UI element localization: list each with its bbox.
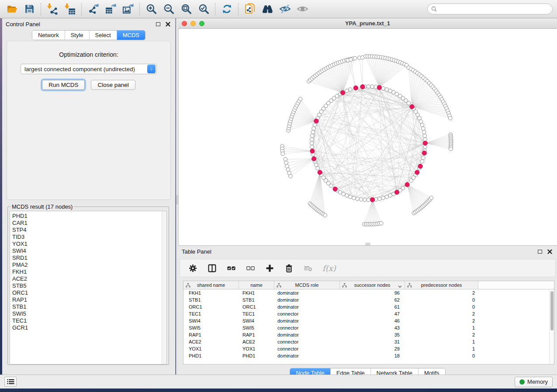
table-cell: ACE2 xyxy=(183,339,239,344)
search-input[interactable] xyxy=(439,6,549,12)
open-folder-icon xyxy=(6,3,18,15)
zoom-in-icon xyxy=(145,3,157,15)
result-list-scrollbar[interactable] xyxy=(162,211,166,364)
table-scrollbar[interactable] xyxy=(549,290,554,364)
mcds-result-item[interactable]: YOX1 xyxy=(12,241,166,248)
mcds-result-item[interactable]: STP4 xyxy=(12,227,166,234)
save-session-button[interactable] xyxy=(22,2,37,17)
column-header-shared-name[interactable]: shared name xyxy=(183,281,239,289)
table-row[interactable]: YOX1YOX1connector291 xyxy=(183,345,554,352)
table-cell: SWI4 xyxy=(183,318,239,323)
list-icon xyxy=(7,379,14,385)
mcds-result-item[interactable]: PMA2 xyxy=(12,261,166,268)
column-header-predecessor-nodes[interactable]: predecessor nodes xyxy=(405,281,478,289)
task-history-button[interactable] xyxy=(4,377,17,387)
table-row[interactable]: PHD1PHD1dominator180 xyxy=(183,352,554,359)
dropdown-stepper-icon xyxy=(147,65,156,73)
table-row[interactable]: TEC1TEC1connector472 xyxy=(183,310,554,317)
mcds-result-item[interactable]: STB5 xyxy=(12,282,166,289)
zoom-out-button[interactable] xyxy=(161,2,176,17)
memory-button[interactable]: Memory xyxy=(515,377,553,387)
close-panel-button[interactable] xyxy=(164,21,172,28)
scrollbar-thumb[interactable] xyxy=(550,291,554,330)
table-row[interactable]: SWI5SWI5connector431 xyxy=(183,324,554,331)
mcds-result-item[interactable]: TEC1 xyxy=(12,317,166,324)
gear-icon xyxy=(189,264,197,272)
close-icon xyxy=(547,249,552,254)
export-table-button[interactable] xyxy=(103,2,118,17)
delete-entry-button[interactable] xyxy=(284,263,294,273)
mcds-result-item[interactable]: GCR1 xyxy=(12,324,166,331)
network-window-titlebar[interactable]: YPA_prune.txt_1 xyxy=(178,18,557,29)
table-cell: PHD1 xyxy=(183,353,239,358)
zoom-in-button[interactable] xyxy=(144,2,159,17)
table-panel: Table Panel f(x) shared namenameMCDS rol… xyxy=(178,245,557,375)
select-all-button[interactable] xyxy=(226,263,236,273)
search-icon xyxy=(431,6,437,12)
float-panel-button[interactable] xyxy=(154,21,162,28)
node-table: shared namenameMCDS rolesuccessor nodesp… xyxy=(183,281,554,364)
show-columns-button[interactable] xyxy=(207,263,217,273)
close-icon xyxy=(166,22,170,27)
mcds-result-item[interactable]: SWI4 xyxy=(12,248,166,254)
mcds-result-list[interactable]: PHD1CAR1STP4TID3YOX1SWI4SRD1PMA2FKH1ACE2… xyxy=(10,211,167,364)
table-row[interactable]: FKH1FKH1dominator962 xyxy=(183,289,554,296)
network-window-title: YPA_prune.txt_1 xyxy=(178,20,557,27)
hide-selected-button[interactable] xyxy=(277,2,292,17)
tab-mcds[interactable]: MCDS xyxy=(117,31,145,40)
table-cell: 2 xyxy=(405,311,478,316)
table-cell: SWI5 xyxy=(183,325,239,330)
mcds-result-item[interactable]: FKH1 xyxy=(12,268,166,275)
network-canvas-svg[interactable] xyxy=(178,29,557,245)
zoom-fit-button[interactable] xyxy=(179,2,194,17)
table-cell: 62 xyxy=(340,297,405,303)
tab-style[interactable]: Style xyxy=(65,31,90,40)
table-row[interactable]: ACE2ACE2connector311 xyxy=(183,338,554,345)
mcds-result-item[interactable]: STB1 xyxy=(12,303,166,310)
table-row[interactable]: ORC1ORC1dominator610 xyxy=(183,303,554,310)
zoom-selected-button[interactable] xyxy=(196,2,211,17)
column-header-MCDS-role[interactable]: MCDS role xyxy=(274,281,340,289)
new-network-from-selection-button[interactable] xyxy=(242,2,257,17)
tab-select[interactable]: Select xyxy=(90,31,117,40)
table-settings-button[interactable] xyxy=(188,263,197,273)
export-network-button[interactable] xyxy=(86,2,100,17)
column-header-name[interactable]: name xyxy=(239,281,274,289)
import-table-button[interactable] xyxy=(62,2,77,17)
mcds-result-item[interactable]: PHD1 xyxy=(12,213,166,220)
close-table-panel-button[interactable] xyxy=(546,248,554,256)
run-mcds-button[interactable]: Run MCDS xyxy=(42,80,85,90)
column-header-successor-nodes[interactable]: successor nodes xyxy=(340,281,405,289)
table-cell: dominator xyxy=(274,290,340,296)
table-row[interactable]: SWI4SWI4dominator462 xyxy=(183,317,554,324)
mcds-result-item[interactable]: TID3 xyxy=(12,234,166,241)
eye-slash-icon xyxy=(279,3,291,15)
mcds-result-item[interactable]: SWI5 xyxy=(12,310,166,317)
open-file-button[interactable] xyxy=(4,2,19,17)
criterion-value: largest connected component (undirected) xyxy=(21,66,147,72)
first-neighbors-button[interactable] xyxy=(260,2,275,17)
delete-table-button-disabled xyxy=(303,263,313,273)
table-cell: SWI5 xyxy=(239,325,274,330)
mcds-result-item[interactable]: SRD1 xyxy=(12,254,166,261)
table-row[interactable]: RAP1RAP1dominator352 xyxy=(183,331,554,338)
criterion-dropdown[interactable]: largest connected component (undirected) xyxy=(21,64,157,74)
trash-icon xyxy=(285,264,293,272)
tab-network[interactable]: Network xyxy=(32,31,65,40)
table-cell: dominator xyxy=(274,318,340,323)
mcds-result-item[interactable]: CAR1 xyxy=(12,220,166,227)
mcds-result-item[interactable]: ORC1 xyxy=(12,289,166,296)
show-all-button[interactable] xyxy=(295,2,310,17)
add-entry-button[interactable] xyxy=(265,263,274,273)
export-image-button[interactable] xyxy=(121,2,135,17)
close-panel-action-button[interactable]: Close panel xyxy=(91,80,135,90)
search-box[interactable] xyxy=(427,3,553,14)
deselect-all-button[interactable] xyxy=(246,263,255,273)
mcds-result-item[interactable]: ACE2 xyxy=(12,275,166,282)
apply-layout-button[interactable] xyxy=(219,2,234,17)
table-row[interactable]: STB1STB1dominator620 xyxy=(183,296,554,303)
mcds-result-item[interactable]: RAP1 xyxy=(12,296,166,303)
column-label: shared name xyxy=(197,282,225,288)
float-table-panel-button[interactable] xyxy=(536,248,544,256)
import-network-button[interactable] xyxy=(45,2,60,17)
